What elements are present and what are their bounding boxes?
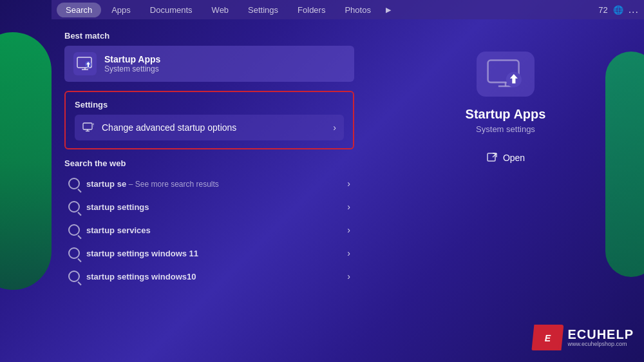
web-search-left-1: startup settings bbox=[68, 201, 149, 213]
web-search-text-2: startup services bbox=[86, 225, 151, 235]
tab-settings[interactable]: Settings bbox=[239, 3, 287, 17]
settings-item-left: Change advanced startup options bbox=[82, 121, 236, 134]
tab-folders[interactable]: Folders bbox=[289, 3, 334, 17]
best-match-item[interactable]: Startup Apps System settings bbox=[64, 46, 354, 82]
web-section-label: Search the web bbox=[64, 158, 354, 168]
settings-item-chevron: › bbox=[333, 122, 336, 133]
svg-rect-13 bbox=[488, 153, 495, 161]
open-icon-svg bbox=[487, 153, 497, 163]
network-icon: 🌐 bbox=[613, 5, 623, 15]
web-search-text-0: startup se – See more search results bbox=[86, 179, 219, 189]
svg-rect-5 bbox=[83, 123, 92, 129]
web-search-item-0[interactable]: startup se – See more search results › bbox=[64, 172, 354, 195]
tab-photos[interactable]: Photos bbox=[336, 3, 379, 17]
advanced-icon-svg bbox=[82, 122, 95, 133]
web-search-left-4: startup settings windows10 bbox=[68, 271, 196, 282]
open-button[interactable]: Open bbox=[477, 147, 534, 169]
search-icon-3 bbox=[68, 247, 80, 259]
ecuhelp-url: www.ecuhelpshop.com bbox=[567, 341, 634, 347]
ecuhelp-text: ECUHELP www.ecuhelpshop.com bbox=[567, 328, 634, 347]
advanced-startup-icon bbox=[82, 121, 95, 134]
web-search-left-0: startup se – See more search results bbox=[68, 178, 219, 189]
detail-app-subtitle: System settings bbox=[476, 124, 535, 134]
search-icon-0 bbox=[68, 178, 80, 189]
ecuhelp-watermark: E ECUHELP www.ecuhelpshop.com bbox=[531, 325, 634, 350]
settings-section: Settings Change advanced star bbox=[64, 91, 354, 149]
open-label: Open bbox=[503, 153, 525, 163]
open-icon bbox=[486, 152, 498, 164]
nav-bar: Search Apps Documents Web Settings Folde… bbox=[52, 0, 644, 19]
best-match-label: Best match bbox=[64, 31, 354, 41]
web-chevron-0: › bbox=[347, 178, 350, 189]
change-startup-options-item[interactable]: Change advanced startup options › bbox=[75, 115, 344, 140]
tab-apps[interactable]: Apps bbox=[102, 3, 140, 17]
web-search-left-2: startup services bbox=[68, 224, 151, 236]
web-chevron-2: › bbox=[347, 225, 350, 235]
search-icon-2 bbox=[68, 224, 80, 236]
nav-more-button[interactable]: ... bbox=[629, 4, 639, 15]
nav-right: 72 🌐 ... bbox=[598, 4, 639, 15]
tab-search[interactable]: Search bbox=[57, 3, 101, 17]
ecuhelp-logo-icon: E bbox=[531, 325, 564, 350]
web-chevron-1: › bbox=[347, 202, 350, 212]
main-content: Best match Startup Apps System settings bbox=[52, 19, 644, 362]
ecuhelp-brand-name: ECUHELP bbox=[567, 328, 634, 341]
web-chevron-4: › bbox=[347, 271, 350, 281]
svg-line-16 bbox=[493, 153, 497, 157]
startup-apps-icon-small bbox=[73, 52, 97, 75]
best-match-app-subtitle: System settings bbox=[104, 64, 160, 73]
web-search-text-1: startup settings bbox=[86, 202, 149, 212]
startup-apps-icon-large bbox=[477, 52, 535, 97]
more-tabs-button[interactable]: ▶ bbox=[381, 3, 395, 17]
bg-decoration-left bbox=[0, 32, 52, 290]
web-search-text-3: startup settings windows 11 bbox=[86, 249, 198, 258]
change-startup-text: Change advanced startup options bbox=[102, 122, 236, 133]
web-search-left-3: startup settings windows 11 bbox=[68, 247, 198, 259]
left-panel: Best match Startup Apps System settings bbox=[52, 19, 367, 362]
right-panel: Startup Apps System settings Open bbox=[367, 19, 644, 362]
web-search-item-3[interactable]: startup settings windows 11 › bbox=[64, 242, 354, 265]
web-chevron-3: › bbox=[347, 248, 350, 258]
web-search-item-4[interactable]: startup settings windows10 › bbox=[64, 265, 354, 288]
startup-large-svg bbox=[486, 58, 525, 90]
detail-app-name: Startup Apps bbox=[466, 107, 546, 122]
web-search-item-2[interactable]: startup services › bbox=[64, 218, 354, 242]
search-panel: Search Apps Documents Web Settings Folde… bbox=[52, 0, 644, 362]
tab-web[interactable]: Web bbox=[203, 3, 238, 17]
startup-icon-svg bbox=[76, 57, 94, 71]
settings-section-label: Settings bbox=[75, 100, 344, 110]
web-search-text-4: startup settings windows10 bbox=[86, 272, 196, 281]
tab-documents[interactable]: Documents bbox=[141, 3, 202, 17]
ecuhelp-logo-svg: E bbox=[533, 326, 562, 349]
web-search-item-1[interactable]: startup settings › bbox=[64, 195, 354, 218]
search-icon-4 bbox=[68, 271, 80, 282]
best-match-app-name: Startup Apps bbox=[104, 54, 160, 64]
search-icon-1 bbox=[68, 201, 80, 213]
best-match-text: Startup Apps System settings bbox=[104, 54, 160, 73]
network-count: 72 bbox=[598, 5, 607, 15]
